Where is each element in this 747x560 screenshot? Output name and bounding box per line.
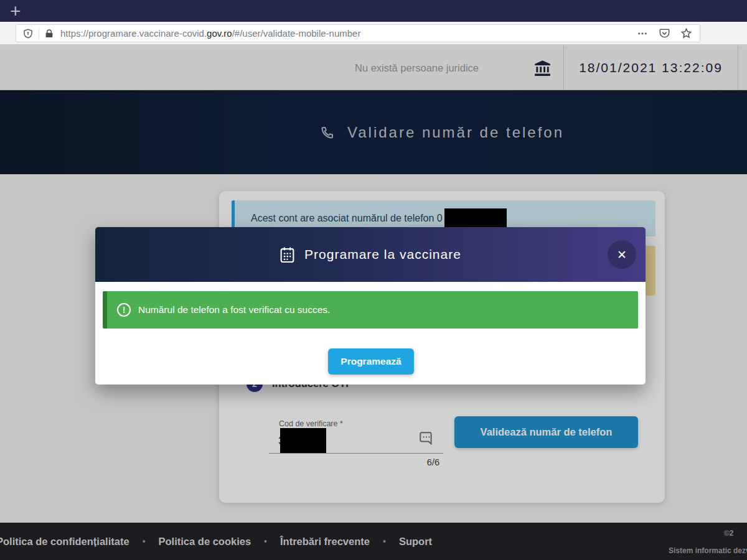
modal-header: Programare la vaccinare ✕ xyxy=(95,227,646,282)
tracking-shield-icon[interactable] xyxy=(22,28,34,39)
lock-icon xyxy=(44,29,54,39)
url-bar[interactable]: https://programare.vaccinare-covid.gov.r… xyxy=(16,24,700,42)
url-path: /#/user/validate-mobile-number xyxy=(232,28,361,39)
modal-body: ! Numărul de telefon a fost verificat cu… xyxy=(95,282,646,385)
page-viewport: Nu există persoane juridice 18/01/2021 1… xyxy=(0,45,747,560)
urlbar-divider xyxy=(39,28,39,39)
browser-toolbar: https://programare.vaccinare-covid.gov.r… xyxy=(0,22,747,45)
new-tab-button[interactable]: + xyxy=(10,0,21,22)
exclamation-circle-icon: ! xyxy=(117,303,131,317)
modal-close-button[interactable]: ✕ xyxy=(608,240,636,269)
modal-title: Programare la vaccinare xyxy=(304,247,461,262)
page-actions-icon[interactable] xyxy=(637,29,647,39)
pocket-icon[interactable] xyxy=(659,27,670,39)
browser-window: + https://programare.vaccinare-covid.gov… xyxy=(0,0,747,560)
schedule-button[interactable]: Programează xyxy=(328,348,414,375)
calendar-icon xyxy=(280,246,295,263)
vaccination-modal: Programare la vaccinare ✕ ! Numărul de t… xyxy=(95,227,646,385)
success-message: Numărul de telefon a fost verificat cu s… xyxy=(138,304,330,315)
url-prefix: https://programare.vaccinare-covid. xyxy=(60,28,207,39)
browser-tab-strip: + xyxy=(0,0,747,22)
bookmark-star-icon[interactable] xyxy=(680,27,692,39)
url-text[interactable]: https://programare.vaccinare-covid.gov.r… xyxy=(60,28,637,39)
url-domain: gov.ro xyxy=(207,28,232,39)
success-alert: ! Numărul de telefon a fost verificat cu… xyxy=(103,291,638,329)
